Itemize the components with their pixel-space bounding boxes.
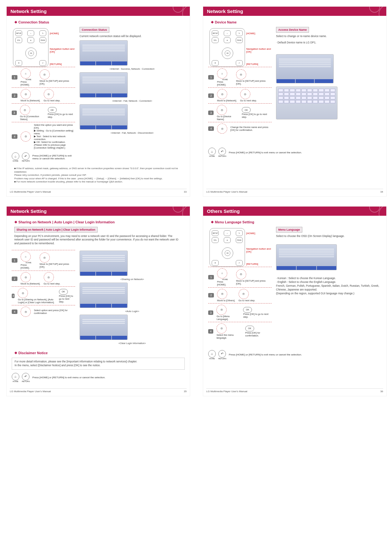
exit-text: Press [HOME] or [RETURN] to exit menu or… [32, 376, 105, 379]
step-number-1: 1 [12, 258, 17, 263]
header-decoration [168, 207, 190, 216]
screenshot-fail-connected [80, 72, 128, 98]
step-3a: Go to [Connection Status]. [20, 115, 45, 121]
callout-nav: Navigation button and [OK] [50, 48, 75, 53]
panel-body: Select to change or re-name device name. [276, 35, 381, 38]
footer-title: LG Multimedia Player User's Manual [10, 390, 51, 393]
footer-title: LG Multimedia Player User's Manual [10, 190, 51, 193]
page-33: Network Setting Connection Status SETUP … [6, 6, 190, 197]
setup-ring-icon: ◎ [40, 69, 50, 80]
home-button-icon: ⌂ [224, 30, 231, 36]
step-number-3: 3 [208, 111, 214, 115]
page-button: PAGE [39, 37, 46, 43]
header-decoration [364, 7, 386, 16]
nav-ring: OK [222, 48, 233, 59]
return-button: ↶ [236, 60, 243, 66]
step-4: Select the option you want and press [OK… [34, 124, 75, 149]
caption-2: <Auto Login> [80, 310, 185, 313]
caption-3: <Clear Login Information> [80, 342, 185, 345]
repeat-button: ↻ [236, 30, 243, 36]
return-icon-small: ↶ [22, 373, 29, 380]
menu-button: ☰ [212, 260, 219, 266]
panel-body: Current network connection status will b… [80, 35, 185, 38]
setup-button: SETUP [15, 30, 22, 36]
mute-button: ⊗ [224, 37, 231, 43]
step-4a: Select the menu language. [216, 334, 242, 339]
step-1a: Press [HOME]. [21, 80, 36, 86]
panel-title: Menu Language [276, 227, 302, 233]
page-35: Network Setting Sharing on Network | Aut… [6, 206, 190, 397]
nav-icon: ◎ [21, 89, 31, 99]
caption-1: <Internet : Success, Network : Connected… [80, 67, 185, 70]
language-list: · Korean : Select to choose the Korean L… [276, 277, 381, 295]
page-34: Network Setting Device Name SETUP⌂↻ VOL⊗… [203, 6, 387, 197]
step-number-2: 2 [12, 277, 17, 281]
step-2a: Move to [Network]. [21, 99, 41, 102]
home-label-2: HOME [208, 358, 216, 360]
nav-ring: OK [25, 48, 37, 59]
home-icon-small: ⌂ [12, 152, 19, 160]
home-label-2: HOME [12, 160, 19, 162]
step-2b: Go to next step. [44, 99, 61, 102]
home-button-icon: ⌂ [27, 30, 34, 36]
home-icon: ⌂ [21, 68, 31, 79]
panel-body: Select to choose the OSD (On Screen Disp… [276, 234, 381, 238]
screenshot-menu [276, 54, 334, 83]
nav-icon: ◎ [217, 289, 227, 299]
home-icon: ⌂ [217, 268, 227, 278]
step-2a: Move to [Network]. [21, 282, 41, 285]
step-1b: Move to [SETUP] and press [OK]. [40, 80, 75, 85]
header-title: Network Setting [207, 9, 243, 14]
remote-diagram: SETUP⌂↻ VOL⊗PAGE OK ☰↶ [209, 28, 245, 67]
callout-nav: Navigation button and [OK] [246, 48, 272, 53]
nav-icon-2: ◎ [240, 89, 250, 99]
step-1a: Press [HOME]. [21, 264, 36, 269]
caption-1: <Sharing on Network> [80, 278, 185, 281]
step-1b: Move to [SETUP] and press [OK]. [236, 279, 272, 285]
menu-button: ☰ [212, 60, 219, 66]
ok-pill: OK [242, 107, 251, 113]
setup-button: SETUP [212, 30, 219, 36]
vol-button: VOL [15, 37, 22, 43]
panel-title: Connection Status [80, 27, 109, 33]
setup-ring-icon: ◎ [236, 69, 246, 80]
step-1b: Move to [SETUP] and press [OK]. [40, 263, 75, 268]
nav-icon: ◎ [217, 89, 227, 99]
step-2a: Move to [Others]. [217, 299, 235, 302]
exit-text: Press [HOME] or [RETURN] to exit menu or… [229, 151, 302, 154]
step-number-3: 3 [208, 310, 213, 315]
nav-icon-2: ◎ [239, 289, 249, 299]
nav-ring: OK [222, 247, 233, 259]
header-decoration [168, 7, 190, 16]
home-icon-small: ⌂ [208, 350, 216, 358]
page-button: PAGE [236, 37, 243, 43]
repeat-button: ↻ [236, 230, 243, 236]
panel-title: Access Device Name [276, 27, 309, 33]
ok-pill-2: OK [245, 326, 254, 331]
callout-return: [RETURN] [246, 263, 272, 265]
remote-diagram: SETUP⌂↻ VOL⊗PAGE OK ☰↶ [209, 228, 245, 267]
home-icon-small: ⌂ [208, 148, 216, 155]
section-subhead-2: Disclaimer Notice [14, 351, 185, 355]
step-3a: Go to [Menu Language]. [216, 315, 240, 321]
callout-return: [RETURN] [50, 63, 75, 66]
step-number-4: 4 [12, 310, 17, 314]
ok-button: OK [225, 50, 230, 56]
mute-button: ⊗ [27, 37, 34, 43]
header-title: Others Setting [207, 208, 240, 214]
panel-title: Sharing on Network | Auto Login | Clear … [14, 227, 98, 233]
intro-text: Depending on your PC's environment, you … [14, 234, 182, 246]
step-number-4: 4 [12, 134, 17, 139]
caption-3: <Internet : Fail, Network : Disconnected… [80, 131, 185, 134]
step-2a: Move to [Network]. [217, 99, 237, 102]
home-icon: ⌂ [21, 252, 31, 262]
screenshot-autologin [80, 283, 128, 308]
nav-icon-3: ◎ [217, 105, 227, 115]
nav-icon-4: ◎ [21, 131, 31, 142]
nav-icon-3: ◎ [20, 105, 30, 115]
callout-home: [HOME] [50, 32, 75, 35]
step-3a: Go to [Sharing on Network], [Auto Login]… [18, 298, 56, 304]
page-button: PAGE [236, 237, 243, 243]
note-2: For more network connection trouble shoo… [14, 180, 182, 184]
vol-button: VOL [212, 237, 219, 243]
